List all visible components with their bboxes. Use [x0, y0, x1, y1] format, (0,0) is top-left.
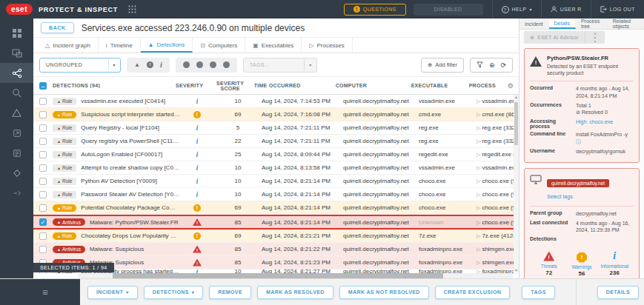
table-row[interactable]: ▲RulePassword Stealer AV Detection [Y003… [33, 188, 519, 201]
process-name[interactable]: ▷cmd.exe (86… [477, 111, 514, 118]
sidebar-expand[interactable] [0, 183, 33, 203]
help-menu[interactable]: ? HELP ▾ [492, 0, 541, 19]
row-checkbox[interactable] [39, 124, 47, 132]
table-row[interactable]: ▲RulePython AV Detection [Y0009]i10Aug 1… [33, 175, 519, 188]
funnel-icon[interactable] [477, 61, 483, 68]
count-threats[interactable]: !Threats72 [533, 249, 565, 277]
status-dot-3-icon[interactable] [210, 61, 216, 68]
sidebar-item-computers[interactable] [0, 43, 33, 63]
warning-filter-icon[interactable]: ! [147, 61, 153, 68]
horizontal-scrollbar[interactable] [78, 273, 513, 278]
questions-button[interactable]: ! QUESTIONS [344, 4, 406, 16]
computer-name[interactable]: quirrell.decryptmalfoy.net [343, 178, 419, 184]
col-time-occurred[interactable]: TIME OCCURRED [254, 83, 336, 88]
back-button[interactable]: BACK [41, 22, 74, 33]
col-executable[interactable]: EXECUTABLE [411, 83, 469, 88]
computer-name[interactable]: quirrell.decryptmalfoy.net [343, 246, 419, 252]
disabled-button[interactable]: DISABLED [414, 4, 483, 16]
table-row[interactable]: ▲RulePotential Chocolatey Package Compro… [33, 201, 519, 215]
executable-name[interactable]: vssadmin.exe [419, 164, 477, 171]
process-name[interactable]: ▷shimgen.exe… [477, 246, 514, 252]
scroll-up-icon[interactable]: ▲ [514, 95, 518, 99]
process-name[interactable]: ▷reg.exe (332… [477, 138, 514, 144]
mark-as-not-resolved-button[interactable]: MARK AS NOT RESOLVED [339, 286, 429, 299]
table-row[interactable]: ▲AntivirusMalware: Suspicious!85Aug 14, … [33, 243, 519, 256]
tab-incident-graph[interactable]: △Incident graph [38, 38, 99, 53]
row-checkbox[interactable] [39, 246, 47, 253]
table-row[interactable]: ▲Rulevssadmin.exe executed [C0414]i10Aug… [33, 95, 519, 108]
row-checkbox[interactable] [39, 178, 47, 185]
computer-name[interactable]: quirrell.decryptmalfoy.net [343, 232, 419, 239]
detection-name[interactable]: vssadmin.exe executed [C0414] [81, 98, 165, 104]
details-button[interactable]: DETAILS [597, 286, 639, 299]
col-detections[interactable]: DETECTIONS (94) [53, 83, 173, 88]
executable-name[interactable]: vssadmin.exe [419, 98, 477, 104]
computer-name[interactable]: quirrell.decryptmalfoy.net [343, 98, 419, 104]
table-row[interactable]: ▲RuleQuery Registry - local [F1104]i5Aug… [33, 121, 519, 135]
detection-name[interactable]: Suspicious script interpreter started - … [81, 111, 180, 118]
detection-name[interactable]: Malware: Suspicious [90, 246, 144, 252]
hscroll-thumb[interactable] [113, 273, 443, 278]
col-process[interactable]: PROCESS [469, 83, 506, 88]
detection-name[interactable]: AutoLogon Enabled [CF00017] [81, 151, 162, 158]
incident-button[interactable]: INCIDENT▾ [87, 286, 138, 299]
select-tags-link[interactable]: Select tags [547, 194, 573, 199]
panel-tab-incident[interactable]: Incident [519, 19, 549, 29]
process-name[interactable]: ▷choco.exe (9… [477, 191, 514, 198]
executable-name[interactable]: reg.exe [419, 124, 477, 131]
vscroll-thumb[interactable] [514, 102, 518, 145]
tags-filter-select[interactable]: TAGS... ▾ [243, 58, 317, 73]
computer-name[interactable]: quirrell.decryptmalfoy.net [343, 219, 419, 226]
executable-name[interactable]: choco.exe [419, 178, 477, 184]
count-warnings[interactable]: !Warnings56 [565, 249, 598, 277]
grouping-select[interactable]: UNGROUPED ▾ [39, 58, 121, 73]
vertical-scrollbar[interactable]: ▲ ▼ [514, 95, 519, 272]
sidebar-item-incidents[interactable] [0, 63, 33, 83]
row-checkbox[interactable] [39, 151, 47, 158]
scroll-down-icon[interactable]: ▼ [514, 268, 518, 272]
select-all-checkbox[interactable]: – [39, 82, 47, 90]
eset-ai-advisor-button[interactable]: ⊛ ESET AI Advisor [524, 31, 585, 44]
row-checkbox[interactable] [39, 111, 47, 118]
process-name[interactable]: ▷shimgen.exe… [477, 259, 514, 266]
detection-name[interactable]: Query registry via PowerShell [C1102a] [81, 138, 180, 144]
sidebar-item-dashboard[interactable] [0, 23, 33, 43]
col-computer[interactable]: COMPUTER [336, 83, 411, 88]
table-row[interactable]: ✓▲AntivirusMalware: Python/PSW.Stealer.F… [33, 215, 519, 229]
user-menu[interactable]: USER R [541, 0, 591, 19]
row-checkbox[interactable] [39, 232, 47, 240]
sidebar-item-status[interactable] [0, 163, 33, 183]
table-row[interactable]: ▲RuleQuery registry via PowerShell [C110… [33, 135, 519, 148]
refresh-icon[interactable]: ⟳ [500, 61, 506, 69]
tab-timeline[interactable]: iTimeline [99, 38, 141, 53]
add-filter-button[interactable]: ⊕ Add filter [421, 58, 464, 73]
table-row[interactable]: ▲RuleChocolatey Drops Low Popularity Exe… [33, 229, 519, 243]
info-filter-icon[interactable]: i [160, 61, 162, 69]
add-preset-icon[interactable]: ⊕ [489, 61, 495, 69]
process-name[interactable]: ▷choco.exe (9… [477, 219, 514, 226]
tab-computers[interactable]: ⊡Computers [193, 38, 245, 53]
computer-name[interactable]: quirrell.decryptmalfoy.net [343, 204, 419, 211]
panel-tab-related-objects[interactable]: Related objects [608, 19, 644, 29]
detection-name[interactable]: Potential Chocolatey Package Compromise … [81, 204, 180, 211]
executable-name[interactable]: foxadminpro.exe [419, 259, 477, 266]
detection-name[interactable]: Malware: Python/PSW.Stealer.FR [90, 219, 179, 226]
tab-detections[interactable]: ▲Detections [141, 38, 193, 53]
executable-name[interactable]: foxadminpro.exe [419, 246, 477, 252]
status-dot-4-icon[interactable] [223, 61, 230, 68]
status-dot-1-icon[interactable] [183, 61, 190, 68]
detection-name[interactable]: Attempt to create shadow copy [C0452] [81, 164, 180, 171]
status-filter-group[interactable] [176, 58, 237, 73]
col-severity[interactable]: SEVERITY [173, 83, 207, 88]
computer-name[interactable]: quirrell.decryptmalfoy.net [343, 259, 419, 266]
logout-button[interactable]: LOG OUT [591, 0, 644, 19]
detections-button[interactable]: DETECTIONS▾ [144, 286, 204, 299]
detection-name[interactable]: Python AV Detection [Y0009] [81, 178, 157, 184]
remove-button[interactable]: REMOVE [209, 286, 251, 299]
computer-name[interactable]: quirrell.decryptmalfoy.net [343, 111, 419, 118]
executable-name[interactable]: reg.exe [419, 138, 477, 144]
status-dot-2-icon[interactable] [196, 61, 203, 68]
executable-name[interactable]: choco.exe [419, 204, 477, 211]
table-row[interactable]: ▲RuleAutoLogon Enabled [CF00017]i25Aug 1… [33, 148, 519, 161]
count-informational[interactable]: iInformational236 [598, 249, 631, 277]
